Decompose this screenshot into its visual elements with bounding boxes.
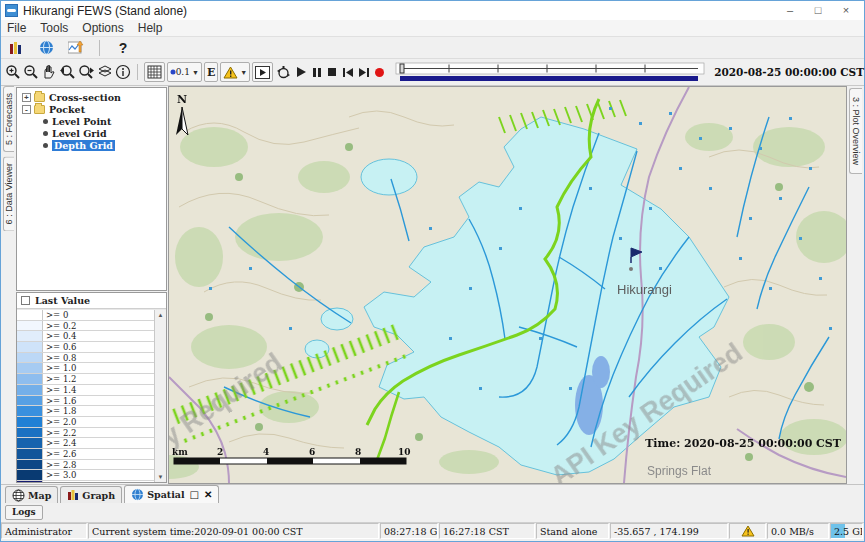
- tab-data-viewer[interactable]: 6 : Data Viewer: [3, 156, 14, 231]
- map-canvas[interactable]: API Key Required API Key Required Hikura…: [169, 87, 846, 483]
- last-value-checkbox[interactable]: [21, 296, 30, 305]
- time-slider[interactable]: [394, 61, 706, 83]
- status-mode: Stand alone: [536, 523, 609, 539]
- tab-plot-overview[interactable]: 3 : Plot Overview: [849, 88, 862, 174]
- legend-row[interactable]: >= 3.2: [17, 481, 166, 482]
- legend-row[interactable]: >= 2.4: [17, 438, 166, 449]
- timeseries-import-icon[interactable]: [65, 38, 87, 58]
- grid-display-button[interactable]: [144, 62, 165, 82]
- movie-export-button[interactable]: [252, 62, 273, 82]
- status-gmt-time: 08:27:18 GMT: [380, 523, 438, 539]
- collapse-icon[interactable]: -: [22, 105, 31, 114]
- legend-class-list: >= 0 >= 0.2 >= 0.4: [17, 309, 166, 482]
- chevron-down-icon: ▼: [240, 69, 247, 76]
- tab-spatial-label: Spatial: [147, 489, 184, 500]
- panel-maximize-icon[interactable]: □: [190, 489, 199, 500]
- menu-help[interactable]: Help: [138, 21, 163, 35]
- layers-icon[interactable]: [97, 62, 113, 82]
- legend-row[interactable]: >= 0: [17, 310, 166, 321]
- legend-row-label: >= 2.8: [43, 460, 154, 470]
- contour-interval-dropdown[interactable]: 0.1 ▼: [167, 62, 202, 82]
- legend-row[interactable]: >= 0.6: [17, 342, 166, 353]
- menu-options[interactable]: Options: [82, 21, 123, 35]
- database-icon[interactable]: [5, 38, 27, 58]
- globe-explorer-icon[interactable]: [35, 38, 57, 58]
- legend-row-label: >= 2.0: [43, 417, 154, 427]
- toolbar-separator: [99, 40, 100, 56]
- legend-row-label: >= 0.2: [43, 321, 154, 331]
- scroll-up-icon[interactable]: ▲: [158, 310, 164, 320]
- spatial-map-view[interactable]: API Key Required API Key Required Hikura…: [168, 86, 847, 484]
- legend-row[interactable]: >= 1.6: [17, 396, 166, 407]
- svg-text:4: 4: [263, 447, 269, 457]
- menu-tools[interactable]: Tools: [40, 21, 68, 35]
- time-slider-thumb[interactable]: [400, 64, 404, 73]
- step-forward-icon[interactable]: [357, 62, 371, 82]
- town-label: Hikurangi: [617, 282, 672, 297]
- tree-item-pocket[interactable]: - Pocket: [17, 103, 166, 115]
- svg-text:km: km: [172, 447, 188, 457]
- legend-color-swatch: [17, 353, 43, 363]
- blue-globe-icon: [131, 488, 144, 501]
- pause-icon[interactable]: [310, 62, 324, 82]
- tree-item-level-point[interactable]: Level Point: [17, 115, 166, 127]
- tree-item-cross-section[interactable]: + Cross-section: [17, 91, 166, 103]
- legend-row[interactable]: >= 2.8: [17, 460, 166, 471]
- logs-button[interactable]: Logs: [5, 505, 43, 520]
- tab-graph[interactable]: Graph: [60, 486, 122, 503]
- panel-close-icon[interactable]: ✕: [204, 489, 212, 500]
- legend-row[interactable]: >= 1.8: [17, 406, 166, 417]
- legend-row[interactable]: >= 2.2: [17, 428, 166, 439]
- bullet-icon: [43, 119, 48, 124]
- time-extent-bar: [400, 76, 698, 81]
- legend-row-label: >= 0: [43, 310, 154, 320]
- legend-row[interactable]: >= 1.2: [17, 374, 166, 385]
- menu-file[interactable]: File: [7, 21, 26, 35]
- legend-scrollbar[interactable]: ▲ ▼: [154, 310, 166, 482]
- legend-row[interactable]: >= 1.4: [17, 385, 166, 396]
- info-icon[interactable]: [115, 62, 131, 82]
- app-logo-icon: [5, 4, 18, 17]
- status-local-time: 16:27:18 CST: [439, 523, 535, 539]
- stop-icon[interactable]: [326, 62, 340, 82]
- legend-row[interactable]: >= 2.6: [17, 449, 166, 460]
- tab-map[interactable]: Map: [5, 486, 58, 503]
- tree-item-label: Level Grid: [52, 128, 107, 139]
- warning-threshold-dropdown[interactable]: ▼: [220, 62, 250, 82]
- play-icon[interactable]: [294, 62, 308, 82]
- classifier-button[interactable]: E: [204, 62, 218, 82]
- tab-graph-label: Graph: [82, 490, 115, 501]
- tab-forecasts[interactable]: 5 : Forecasts: [3, 86, 14, 152]
- legend-row[interactable]: >= 0.8: [17, 353, 166, 364]
- legend-row[interactable]: >= 3.0: [17, 470, 166, 481]
- zoom-previous-icon[interactable]: [59, 62, 76, 82]
- record-icon[interactable]: [373, 62, 387, 82]
- tab-spatial[interactable]: Spatial □ ✕: [124, 485, 219, 503]
- pan-hand-icon[interactable]: [41, 62, 57, 82]
- close-button[interactable]: ×: [832, 2, 860, 19]
- legend-color-swatch: [17, 396, 43, 406]
- scroll-down-icon[interactable]: ▼: [158, 472, 164, 482]
- animation-settings-icon[interactable]: [275, 62, 292, 82]
- status-warning-icon[interactable]: [729, 523, 766, 539]
- legend-row[interactable]: >= 1.0: [17, 363, 166, 374]
- maximize-button[interactable]: □: [804, 2, 832, 19]
- step-back-icon[interactable]: [341, 62, 355, 82]
- zoom-out-icon[interactable]: [23, 62, 39, 82]
- legend-row[interactable]: >= 0.4: [17, 331, 166, 342]
- help-button[interactable]: ?: [112, 38, 134, 58]
- zoom-next-icon[interactable]: [78, 62, 95, 82]
- main-toolbar: ?: [1, 37, 864, 59]
- legend-row[interactable]: >= 0.2: [17, 321, 166, 332]
- tree-item-depth-grid[interactable]: Depth Grid: [17, 139, 166, 151]
- legend-row[interactable]: >= 2.0: [17, 417, 166, 428]
- zoom-in-icon[interactable]: [5, 62, 21, 82]
- expand-icon[interactable]: +: [22, 93, 31, 102]
- tree-item-level-grid[interactable]: Level Grid: [17, 127, 166, 139]
- legend-color-swatch: [17, 406, 43, 416]
- tree-item-label: Pocket: [49, 104, 85, 115]
- app-window: Hikurangi FEWS (Stand alone) – □ × File …: [0, 0, 865, 542]
- minimize-button[interactable]: –: [776, 2, 804, 19]
- chevron-down-icon: ▼: [192, 69, 199, 76]
- legend-color-swatch: [17, 470, 43, 480]
